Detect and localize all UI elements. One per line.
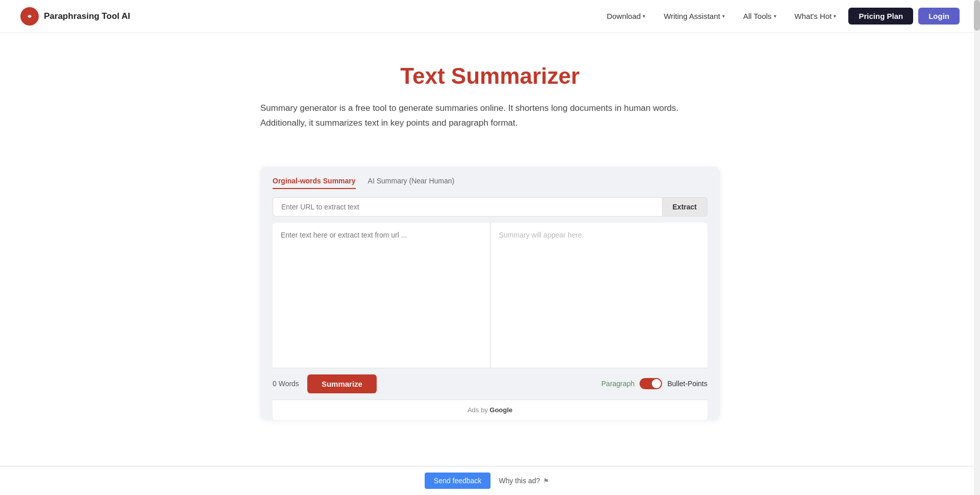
login-button[interactable]: Login <box>918 8 960 25</box>
google-text: Google <box>489 406 512 414</box>
output-options: Paragraph Bullet-Points <box>601 378 707 389</box>
hero-description: Summary generator is a free tool to gene… <box>260 101 720 131</box>
tool-wrapper: Orginal-words Summary AI Summary (Near H… <box>0 151 980 451</box>
bullet-points-label: Bullet-Points <box>667 380 707 388</box>
output-area: Summary will appear here. <box>491 223 708 368</box>
chevron-down-icon: ▾ <box>643 13 645 19</box>
toggle-knob <box>652 379 661 388</box>
paragraph-label: Paragraph <box>601 380 634 388</box>
brand-logo-icon <box>20 7 39 26</box>
pricing-plan-button[interactable]: Pricing Plan <box>848 8 913 25</box>
ads-bar: Ads by Google <box>273 399 707 420</box>
brand-name: Paraphrasing Tool AI <box>44 11 130 21</box>
description-line1: Summary generator is a free tool to gene… <box>260 101 720 116</box>
url-input[interactable] <box>273 197 662 217</box>
description-line2: Additionally, it summarizes text in key … <box>260 116 720 131</box>
nav-download[interactable]: Download ▾ <box>607 12 646 20</box>
nav-writing-assistant[interactable]: Writing Assistant ▾ <box>664 12 725 20</box>
why-this-ad[interactable]: Why this ad? ⚑ <box>499 477 549 485</box>
scrollbar-thumb[interactable] <box>974 0 980 31</box>
chevron-down-icon: ▾ <box>722 13 725 19</box>
chevron-down-icon: ▾ <box>834 13 836 19</box>
tool-tabs: Orginal-words Summary AI Summary (Near H… <box>273 177 707 189</box>
footer-ad-band: Send feedback Why this ad? ⚑ <box>0 466 974 495</box>
url-bar: Extract <box>273 197 707 217</box>
send-feedback-button[interactable]: Send feedback <box>425 473 491 489</box>
navbar: Paraphrasing Tool AI Download ▾ Writing … <box>0 0 980 33</box>
word-count: 0 Words <box>273 380 299 388</box>
tool-box: Orginal-words Summary AI Summary (Near H… <box>260 167 720 420</box>
tab-ai-summary[interactable]: AI Summary (Near Human) <box>368 177 455 189</box>
chevron-down-icon: ▾ <box>774 13 776 19</box>
scrollbar[interactable] <box>974 0 980 495</box>
nav-links: Download ▾ Writing Assistant ▾ All Tools… <box>607 12 837 20</box>
flag-icon: ⚑ <box>543 477 549 485</box>
summarize-button[interactable]: Summarize <box>307 374 377 393</box>
nav-all-tools[interactable]: All Tools ▾ <box>743 12 776 20</box>
text-areas: Summary will appear here. <box>273 223 707 368</box>
tool-bottom-bar: 0 Words Summarize Paragraph Bullet-Point… <box>273 368 707 399</box>
page-title: Text Summarizer <box>20 63 960 89</box>
paragraph-bullet-toggle[interactable] <box>640 378 662 389</box>
brand-logo-link[interactable]: Paraphrasing Tool AI <box>20 7 130 26</box>
hero-section: Text Summarizer Summary generator is a f… <box>0 33 980 151</box>
tab-original-words[interactable]: Orginal-words Summary <box>273 177 356 189</box>
navbar-actions: Pricing Plan Login <box>848 8 960 25</box>
nav-whats-hot[interactable]: What's Hot ▾ <box>795 12 837 20</box>
ads-text: Ads by <box>468 406 488 414</box>
summary-output: Summary will appear here. <box>491 223 708 366</box>
text-input[interactable] <box>273 223 489 366</box>
input-area <box>273 223 489 368</box>
extract-button[interactable]: Extract <box>662 197 707 217</box>
